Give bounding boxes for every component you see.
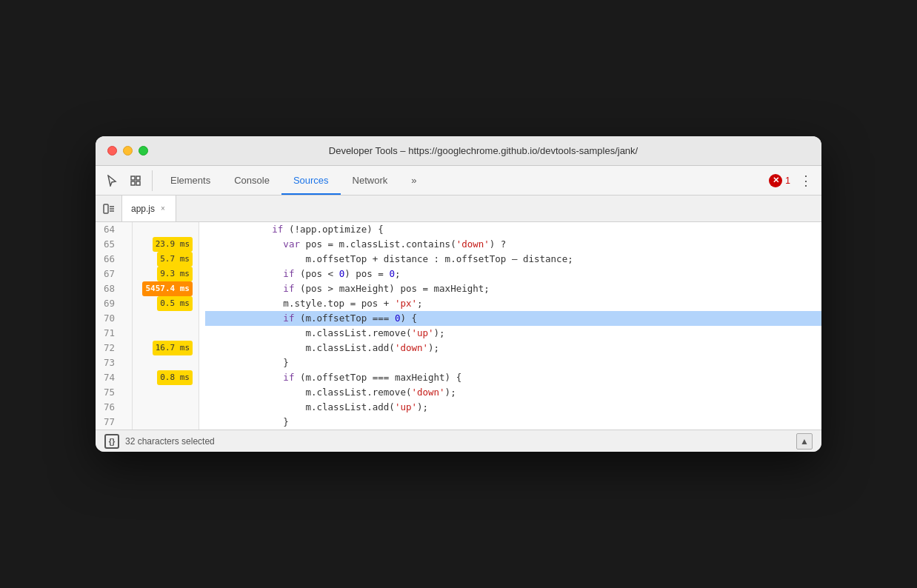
code-lines[interactable]: if (!app.optimize) { var pos = m.classLi… <box>199 222 821 430</box>
code-token: ; <box>417 296 423 311</box>
code-token: if <box>283 370 294 385</box>
timing-column: 23.9 ms5.7 ms9.3 ms5457.4 ms0.5 ms16.7 m… <box>133 222 199 430</box>
inspect-icon-button[interactable] <box>125 170 146 191</box>
sidebar-toggle-button[interactable] <box>96 196 122 222</box>
line-number-row: 71 <box>96 326 132 341</box>
code-token: if <box>283 267 294 281</box>
code-token: pos = m.classList.contains( <box>300 237 456 252</box>
code-token: ; <box>395 267 401 281</box>
code-token: m.classList.remove( <box>205 385 411 400</box>
maximize-button[interactable] <box>139 146 148 156</box>
tab-more[interactable]: » <box>399 166 428 195</box>
code-token <box>205 237 283 252</box>
error-badge: ✕ 1 <box>769 174 790 187</box>
line-number-row: 64 <box>96 222 132 237</box>
code-token: 'down' <box>456 237 490 252</box>
code-token: (m.offsetTop === <box>294 311 394 326</box>
timing-cell <box>133 311 199 326</box>
code-token: 'up' <box>411 326 433 341</box>
timing-cell <box>133 222 199 237</box>
tab-sources[interactable]: Sources <box>281 166 341 195</box>
code-token <box>205 267 283 281</box>
line-number: 70 <box>96 311 118 326</box>
line-number-row: 72 <box>96 341 132 355</box>
toolbar: Elements Console Sources Network » ✕ 1 ⋮ <box>96 166 821 196</box>
error-count: 1 <box>785 176 790 186</box>
window-title: Developer Tools – https://googlechrome.g… <box>157 145 810 156</box>
svg-rect-1 <box>136 176 140 180</box>
minimize-button[interactable] <box>123 146 133 156</box>
code-token <box>205 222 272 237</box>
line-number-row: 69 <box>96 296 132 311</box>
status-text: 32 characters selected <box>125 436 790 447</box>
timing-badge: 16.7 ms <box>153 341 193 355</box>
tab-elements[interactable]: Elements <box>159 166 222 195</box>
line-number-row: 66 <box>96 252 132 267</box>
code-line: var pos = m.classList.contains('down') ? <box>205 237 821 252</box>
timing-cell <box>133 415 199 430</box>
line-number-row: 65 <box>96 237 132 252</box>
code-line: } <box>205 415 821 430</box>
code-token: (pos > maxHeight) pos = maxHeight; <box>294 281 489 296</box>
timing-cell: 23.9 ms <box>133 237 199 252</box>
tab-list: Elements Console Sources Network » <box>159 166 769 195</box>
cursor-icon-button[interactable] <box>101 170 122 191</box>
code-line: m.style.top = pos + 'px'; <box>205 296 821 311</box>
code-line: m.classList.remove('up'); <box>205 326 821 341</box>
code-token: ); <box>428 341 439 355</box>
devtools-window: Developer Tools – https://googlechrome.g… <box>96 136 821 452</box>
code-token: } <box>205 415 289 430</box>
timing-badge: 5457.4 ms <box>142 281 193 296</box>
code-token: m.offsetTop + distance : m.offsetTop – d… <box>205 252 573 267</box>
code-token: if <box>272 222 283 237</box>
code-line: if (pos < 0) pos = 0; <box>205 267 821 281</box>
line-number-row: 75 <box>96 385 132 400</box>
timing-cell: 5.7 ms <box>133 252 199 267</box>
line-number: 64 <box>96 222 118 237</box>
timing-badge: 23.9 ms <box>153 237 193 252</box>
file-tab-close-button[interactable]: × <box>159 203 167 214</box>
line-number: 67 <box>96 267 118 281</box>
file-tab-appjs[interactable]: app.js × <box>122 196 176 221</box>
timing-badge: 9.3 ms <box>157 267 193 281</box>
timing-cell: 0.5 ms <box>133 296 199 311</box>
code-token: 'px' <box>395 296 417 311</box>
tab-console[interactable]: Console <box>222 166 281 195</box>
code-token: ) pos = <box>344 267 389 281</box>
line-number: 65 <box>96 237 118 252</box>
line-number-row: 73 <box>96 355 132 370</box>
code-token: (pos < <box>294 267 339 281</box>
code-token: 'down' <box>395 341 428 355</box>
line-number: 68 <box>96 281 118 296</box>
timing-cell <box>133 385 199 400</box>
code-line: m.classList.add('up'); <box>205 400 821 415</box>
pretty-print-icon[interactable]: {} <box>104 434 119 449</box>
code-token: ); <box>417 400 428 415</box>
timing-cell <box>133 326 199 341</box>
line-numbers: 6465666768697071727374757677 <box>96 222 133 430</box>
timing-badge: 5.7 ms <box>157 252 193 267</box>
line-number-row: 76 <box>96 400 132 415</box>
more-menu-button[interactable]: ⋮ <box>796 170 816 192</box>
line-number: 71 <box>96 326 118 341</box>
code-token: 0 <box>339 267 345 281</box>
tab-network[interactable]: Network <box>341 166 400 195</box>
error-icon: ✕ <box>769 174 782 187</box>
line-number: 76 <box>96 400 118 415</box>
line-number-row: 67 <box>96 267 132 281</box>
code-line: if (m.offsetTop === maxHeight) { <box>205 370 821 385</box>
line-number: 73 <box>96 355 118 370</box>
code-token <box>205 281 283 296</box>
code-token: 'up' <box>395 400 417 415</box>
scroll-to-top-button[interactable]: ▲ <box>796 433 813 450</box>
svg-rect-0 <box>131 176 135 180</box>
code-token: ) { <box>400 311 417 326</box>
close-button[interactable] <box>107 146 117 156</box>
code-line: } <box>205 355 821 370</box>
code-token: 0 <box>389 267 395 281</box>
code-token: (!app.optimize) { <box>283 222 383 237</box>
code-token: m.style.top = pos + <box>205 296 395 311</box>
svg-rect-2 <box>131 181 135 185</box>
status-bar: {} 32 characters selected ▲ <box>96 430 821 452</box>
timing-cell: 16.7 ms <box>133 341 199 355</box>
